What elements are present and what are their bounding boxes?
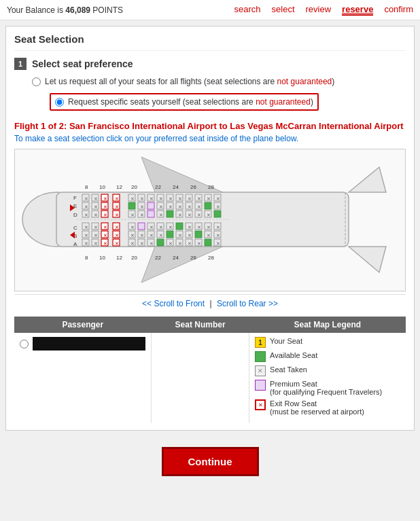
step-label-text: Select seat preference [32,58,133,69]
scroll-rear-link[interactable]: Scroll to Rear >> [217,299,278,308]
scroll-links: << Scroll to Front | Scroll to Rear >> [14,294,406,312]
svg-text:✕: ✕ [84,233,88,238]
seats-row-b[interactable]: ✕ ✕ ✕ ✕ ✕ ✕ ✕ ✕ ✕ ✕ ✕ ✕ [82,231,221,238]
svg-text:✕: ✕ [216,204,220,209]
svg-rect-124 [176,223,183,230]
svg-text:✕: ✕ [103,204,107,209]
svg-text:✕: ✕ [178,213,182,217]
option2-container[interactable]: Request specific seats yourself (seat se… [50,93,319,111]
svg-text:D: D [73,212,77,218]
svg-text:✕: ✕ [207,225,211,230]
svg-text:✕: ✕ [197,196,201,201]
svg-text:✕: ✕ [94,213,98,217]
legend-premium: Premium Seat (for qualifying Frequent Tr… [255,380,400,396]
nav-search[interactable]: search [234,4,261,16]
flight-title: Flight 1 of 2: San Francisco Internation… [14,121,406,131]
taken-icon: ✕ [255,365,266,376]
svg-text:✕: ✕ [115,233,119,238]
svg-text:24: 24 [173,184,179,190]
svg-text:✕: ✕ [207,233,211,238]
svg-text:✕: ✕ [103,196,107,201]
svg-text:✕: ✕ [188,196,192,201]
taken-label: Seat Taken [270,365,307,374]
svg-text:✕: ✕ [150,196,154,201]
svg-text:✕: ✕ [140,241,144,246]
col-seat-number: Seat Number [152,317,249,333]
legend-taken: ✕ Seat Taken [255,365,400,376]
svg-text:✕: ✕ [94,233,98,238]
svg-text:8: 8 [85,184,88,190]
option1-radio[interactable] [32,77,41,86]
seats-row-c[interactable]: ✕ ✕ ✕ ✕ ✕ ✕ ✕ ✕ ✕ ✕ ✕ ✕ [82,223,221,230]
svg-text:✕: ✕ [207,196,211,201]
continue-area: Continue [5,437,415,483]
svg-text:22: 22 [155,255,161,261]
svg-rect-93 [147,211,154,217]
svg-text:✕: ✕ [216,233,220,238]
svg-text:✕: ✕ [84,196,88,201]
seat-number-cell [152,333,249,423]
svg-text:✕: ✕ [94,196,98,201]
svg-text:C: C [73,225,77,231]
svg-text:✕: ✕ [94,204,98,209]
svg-text:✕: ✕ [197,213,201,217]
svg-text:✕: ✕ [140,204,144,209]
seat-map[interactable]: 8 10 12 20 22 24 26 28 8 10 12 20 22 24 [14,149,406,291]
svg-text:✕: ✕ [188,241,192,246]
premium-icon [255,380,266,391]
svg-text:20: 20 [131,184,137,190]
svg-text:✕: ✕ [94,225,98,230]
option1-container: Let us request all of your seats for all… [32,77,406,86]
svg-text:✕: ✕ [140,213,144,217]
scroll-front-link[interactable]: << Scroll to Front [142,299,205,308]
svg-text:✕: ✕ [159,213,163,217]
svg-text:✕: ✕ [130,233,135,238]
svg-text:✕: ✕ [159,204,163,209]
seats-row-e[interactable]: ✕ ✕ ✕ ✕ ✕ ✕ ✕ ✕ ✕ ✕ ✕ [82,202,221,209]
option2-radio[interactable] [55,98,64,107]
svg-text:✕: ✕ [178,196,182,201]
svg-text:✕: ✕ [103,225,107,230]
svg-text:✕: ✕ [150,233,154,238]
svg-text:✕: ✕ [188,233,192,238]
svg-text:✕: ✕ [178,204,182,209]
option2-wrapper: Request specific seats yourself (seat se… [32,90,406,114]
svg-text:✕: ✕ [103,233,107,238]
legend-exit-row: ✕ Exit Row Seat (must be reserved at air… [255,399,400,416]
svg-rect-96 [167,211,173,217]
svg-text:A: A [73,241,77,247]
svg-text:✕: ✕ [84,225,88,230]
nav-select[interactable]: select [272,4,295,16]
svg-rect-149 [167,231,173,238]
svg-text:✕: ✕ [103,241,107,246]
legend-available: Available Seat [255,351,400,362]
passenger-radio[interactable] [20,340,29,348]
step-header: 1 Select seat preference [14,58,406,70]
svg-text:✕: ✕ [169,241,173,246]
premium-label: Premium Seat (for qualifying Frequent Tr… [270,380,382,396]
continue-button[interactable]: Continue [162,447,259,476]
svg-marker-3 [349,247,386,272]
svg-rect-154 [195,231,202,238]
seats-row-a[interactable]: ✕ ✕ ✕ ✕ ✕ ✕ ✕ ✕ ✕ ✕ ✕ ✕ [82,239,221,246]
svg-text:✕: ✕ [216,241,220,246]
passenger-cell [14,333,152,423]
svg-text:✕: ✕ [115,213,119,217]
svg-text:✕: ✕ [169,225,173,230]
seats-row-f[interactable]: ✕ ✕ ✕ ✕ ✕ ✕ ✕ ✕ ✕ ✕ ✕ ✕ ✕ ✕ [82,194,221,201]
available-icon [255,351,266,362]
svg-text:22: 22 [155,184,161,190]
nav-confirm[interactable]: confirm [384,4,413,16]
svg-text:✕: ✕ [169,204,173,209]
nav-reserve[interactable]: reserve [342,4,373,16]
svg-text:✕: ✕ [207,213,211,217]
svg-text:✕: ✕ [159,233,163,238]
seats-row-d[interactable]: ✕ ✕ ✕ ✕ ✕ ✕ ✕ ✕ ✕ ✕ ✕ [82,211,221,217]
col-passenger: Passenger [14,317,152,333]
nav-review[interactable]: review [306,4,332,16]
svg-rect-67 [147,202,154,209]
section-title: Seat Selection [14,33,406,51]
balance-value: 46,089 [65,5,90,15]
exit-row-label: Exit Row Seat (must be reserved at airpo… [270,399,364,416]
svg-rect-173 [157,239,164,246]
